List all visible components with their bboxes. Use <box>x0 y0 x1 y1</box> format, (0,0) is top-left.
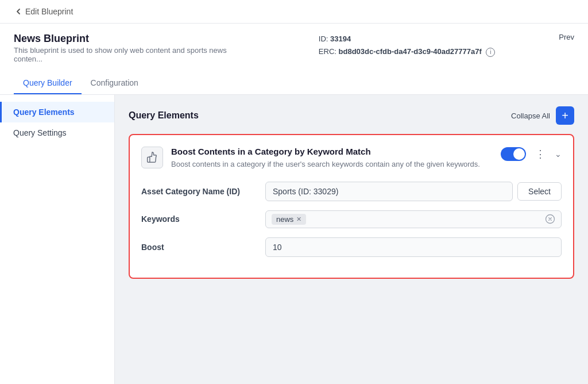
tab-query-builder[interactable]: Query Builder <box>14 72 82 94</box>
field-input-boost <box>265 237 562 257</box>
back-label: Edit Blueprint <box>25 7 73 16</box>
sidebar-item-query-elements[interactable]: Query Elements <box>0 102 114 122</box>
add-query-element-button[interactable]: + <box>556 106 574 125</box>
field-asset-category: Asset Category Name (ID) Select <box>141 182 562 201</box>
keyword-tag-news: news ✕ <box>272 214 306 225</box>
blueprint-ids: ID: 33194 ERC: bd8d03dc-cfdb-da47-d3c9-4… <box>319 33 496 58</box>
main-content: Query Elements Query Settings Query Elem… <box>0 95 588 384</box>
clear-keywords-button[interactable] <box>545 214 555 224</box>
clear-circle-icon <box>545 214 555 224</box>
thumb-icon <box>141 147 163 168</box>
query-elements-title: Query Elements <box>129 110 199 121</box>
field-keywords: Keywords news ✕ <box>141 210 562 228</box>
card-controls: ⋮ ⌄ <box>501 147 562 162</box>
sidebar: Query Elements Query Settings <box>0 95 115 384</box>
tab-configuration[interactable]: Configuration <box>82 72 148 94</box>
top-header: Edit Blueprint <box>0 0 588 24</box>
sidebar-item-query-settings[interactable]: Query Settings <box>0 122 114 143</box>
field-label-keywords: Keywords <box>141 214 256 224</box>
field-label-asset-category: Asset Category Name (ID) <box>141 187 256 196</box>
field-input-asset-category: Select <box>265 182 562 201</box>
select-category-button[interactable]: Select <box>517 182 562 201</box>
erc-value: bd8d03dc-cfdb-da47-d3c9-40ad27777a7f <box>339 47 482 56</box>
field-boost: Boost <box>141 237 562 257</box>
card-header: Boost Contents in a Category by Keyword … <box>141 147 562 170</box>
id-value: 33194 <box>330 34 351 43</box>
card-title: Boost Contents in a Category by Keyword … <box>171 147 493 156</box>
collapse-all-button[interactable]: Collapse All <box>511 112 550 120</box>
field-label-boost: Boost <box>141 243 256 252</box>
field-input-keywords: news ✕ <box>265 210 562 228</box>
back-arrow-icon <box>14 7 23 16</box>
tag-remove-news[interactable]: ✕ <box>296 216 301 223</box>
collapse-card-button[interactable]: ⌄ <box>555 149 562 159</box>
back-button[interactable]: Edit Blueprint <box>14 7 73 16</box>
card-description: Boost contents in a category if the user… <box>171 159 493 170</box>
blueprint-header: News Blueprint This blueprint is used to… <box>0 24 588 95</box>
card-title-area: Boost Contents in a Category by Keyword … <box>171 147 493 170</box>
blueprint-title: News Blueprint <box>14 33 255 45</box>
blueprint-meta: News Blueprint This blueprint is used to… <box>14 33 574 70</box>
erc-label: ERC: <box>319 47 339 56</box>
blueprint-title-section: News Blueprint This blueprint is used to… <box>14 33 255 63</box>
right-panel: Query Elements Collapse All + Boost Cont… <box>115 95 588 384</box>
tag-label: news <box>276 215 293 224</box>
info-icon[interactable]: i <box>486 48 495 57</box>
keywords-tags-input[interactable]: news ✕ <box>265 210 562 228</box>
blueprint-id-row: ID: 33194 <box>319 33 496 45</box>
blueprint-subtitle: This blueprint is used to show only web … <box>14 46 255 63</box>
boost-input[interactable] <box>265 237 562 257</box>
tabs-bar: Query Builder Configuration <box>14 70 574 94</box>
toggle-enabled[interactable] <box>501 147 526 161</box>
query-element-card: Boost Contents in a Category by Keyword … <box>129 134 574 279</box>
thumbs-up-icon <box>146 152 158 163</box>
query-elements-header: Query Elements Collapse All + <box>129 106 574 125</box>
id-label: ID: <box>319 34 330 43</box>
blueprint-erc-row: ERC: bd8d03dc-cfdb-da47-d3c9-40ad27777a7… <box>319 45 496 58</box>
preview-section: Prev <box>559 33 574 41</box>
preview-label: Prev <box>559 33 574 41</box>
header-actions: Collapse All + <box>511 106 574 125</box>
more-options-button[interactable]: ⋮ <box>532 147 549 162</box>
asset-category-input[interactable] <box>265 182 513 201</box>
